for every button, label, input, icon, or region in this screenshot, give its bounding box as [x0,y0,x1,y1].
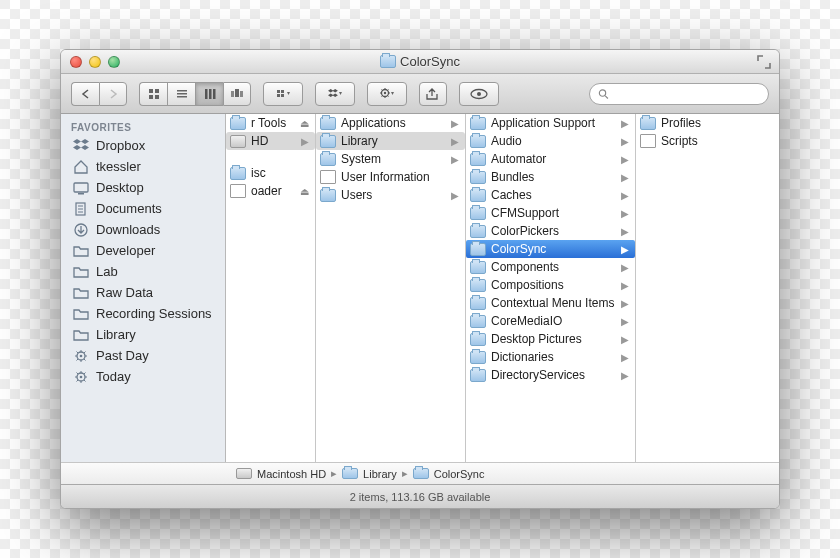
column-browser[interactable]: r Tools⏏HD▶iscoader⏏Applications▶Library… [226,114,779,462]
sidebar-item-downloads[interactable]: Downloads [61,219,225,240]
folder-icon [320,117,336,130]
list-item[interactable]: Bundles▶ [466,168,635,186]
chevron-right-icon: ▶ [621,118,629,129]
svg-point-18 [384,91,386,93]
sidebar-item-label: Recording Sessions [96,306,212,321]
sidebar[interactable]: FAVORITES DropboxtkesslerDesktopDocument… [61,114,226,462]
list-item[interactable]: Scripts [636,132,716,150]
column-2[interactable]: Application Support▶Audio▶Automator▶Bund… [466,114,636,462]
quicklook-button[interactable] [459,82,499,106]
path-segment[interactable]: Macintosh HD [257,468,326,480]
sidebar-item-raw-data[interactable]: Raw Data [61,282,225,303]
sidebar-item-dropbox[interactable]: Dropbox [61,135,225,156]
sidebar-item-past-day[interactable]: Past Day [61,345,225,366]
list-item[interactable]: Applications▶ [316,114,465,132]
folder-icon [470,135,486,148]
list-item[interactable]: Users▶ [316,186,465,204]
list-item[interactable]: Library▶ [316,132,465,150]
forward-button[interactable] [99,82,127,106]
close-button[interactable] [70,56,82,68]
sidebar-item-label: Lab [96,264,118,279]
window-title: ColorSync [61,54,779,69]
list-item[interactable]: isc [226,164,315,182]
column-0[interactable]: r Tools⏏HD▶iscoader⏏ [226,114,316,462]
sidebar-item-label: Library [96,327,136,342]
list-item[interactable]: Contextual Menu Items▶ [466,294,635,312]
folder-icon [470,171,486,184]
search-input[interactable] [614,88,760,100]
list-item[interactable]: Components▶ [466,258,635,276]
item-label: CFMSupport [491,206,559,220]
list-item[interactable]: Profiles [636,114,716,132]
svg-rect-5 [177,93,187,95]
item-label: System [341,152,381,166]
list-item[interactable]: ColorPickers▶ [466,222,635,240]
icon-view-button[interactable] [139,82,167,106]
share-button[interactable] [419,82,447,106]
svg-line-22 [605,95,608,98]
folder-icon [73,286,89,300]
list-item[interactable]: Application Support▶ [466,114,635,132]
column-3[interactable]: ProfilesScripts [636,114,716,462]
list-item[interactable]: Automator▶ [466,150,635,168]
eject-icon[interactable]: ⏏ [300,118,309,129]
list-item[interactable]: oader⏏ [226,182,315,200]
titlebar[interactable]: ColorSync [61,50,779,74]
item-label: Bundles [491,170,534,184]
sidebar-item-recording-sessions[interactable]: Recording Sessions [61,303,225,324]
list-item[interactable]: Caches▶ [466,186,635,204]
dropbox-button[interactable] [315,82,355,106]
path-segment[interactable]: ColorSync [434,468,485,480]
folder-icon [320,135,336,148]
path-bar[interactable]: Macintosh HD▸Library▸ColorSync [61,462,779,484]
sidebar-item-lab[interactable]: Lab [61,261,225,282]
sidebar-item-label: Developer [96,243,155,258]
list-view-button[interactable] [167,82,195,106]
sidebar-item-today[interactable]: Today [61,366,225,387]
action-button[interactable] [367,82,407,106]
list-item[interactable]: HD▶ [226,132,315,150]
list-item[interactable]: CoreMediaIO▶ [466,312,635,330]
zoom-button[interactable] [108,56,120,68]
list-item[interactable]: ColorSync▶ [466,240,635,258]
sidebar-item-library[interactable]: Library [61,324,225,345]
sidebar-item-desktop[interactable]: Desktop [61,177,225,198]
column-1[interactable]: Applications▶Library▶System▶User Informa… [316,114,466,462]
list-item[interactable]: CFMSupport▶ [466,204,635,222]
list-item[interactable]: Desktop Pictures▶ [466,330,635,348]
back-button[interactable] [71,82,99,106]
list-item[interactable]: System▶ [316,150,465,168]
sidebar-item-developer[interactable]: Developer [61,240,225,261]
list-item[interactable]: Dictionaries▶ [466,348,635,366]
folder-icon [470,315,486,328]
fullscreen-button[interactable] [757,55,771,69]
sidebar-item-tkessler[interactable]: tkessler [61,156,225,177]
list-item[interactable]: Compositions▶ [466,276,635,294]
svg-rect-23 [74,183,88,192]
folder-icon [470,189,486,202]
sidebar-item-label: Downloads [96,222,160,237]
list-item[interactable]: Audio▶ [466,132,635,150]
list-item[interactable]: r Tools⏏ [226,114,315,132]
path-segment[interactable]: Library [363,468,397,480]
folder-icon [470,369,486,382]
item-label: Components [491,260,559,274]
list-item[interactable]: User Information [316,168,465,186]
minimize-button[interactable] [89,56,101,68]
item-label: oader [251,184,282,198]
chevron-right-icon: ▶ [621,334,629,345]
folder-icon [73,265,89,279]
item-label: Caches [491,188,532,202]
coverflow-view-button[interactable] [223,82,251,106]
eject-icon[interactable]: ⏏ [300,186,309,197]
sidebar-item-documents[interactable]: Documents [61,198,225,219]
column-view-button[interactable] [195,82,223,106]
folder-icon [470,153,486,166]
chevron-right-icon: ▶ [621,226,629,237]
sidebar-item-label: Past Day [96,348,149,363]
document-icon [640,134,656,148]
arrange-button[interactable] [263,82,303,106]
folder-icon [320,153,336,166]
search-field[interactable] [589,83,769,105]
list-item[interactable]: DirectoryServices▶ [466,366,635,384]
